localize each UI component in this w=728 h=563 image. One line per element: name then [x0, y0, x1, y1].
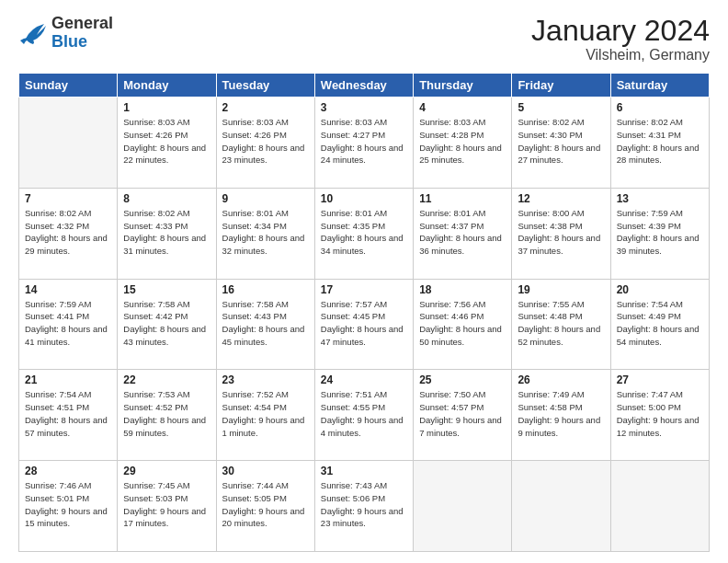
- day-number: 30: [222, 465, 309, 477]
- day-info: Sunrise: 8:01 AM Sunset: 4:37 PM Dayligh…: [419, 207, 506, 258]
- day-info: Sunrise: 8:01 AM Sunset: 4:34 PM Dayligh…: [222, 207, 309, 258]
- calendar-cell: 10Sunrise: 8:01 AM Sunset: 4:35 PM Dayli…: [314, 188, 413, 279]
- weekday-header: Saturday: [610, 74, 709, 98]
- logo-icon: [18, 20, 48, 46]
- day-number: 18: [419, 283, 506, 296]
- day-number: 26: [518, 373, 604, 386]
- calendar-cell: 25Sunrise: 7:50 AM Sunset: 4:57 PM Dayli…: [414, 370, 512, 461]
- day-info: Sunrise: 8:02 AM Sunset: 4:30 PM Dayligh…: [518, 116, 604, 167]
- day-number: 17: [321, 283, 407, 296]
- day-info: Sunrise: 7:43 AM Sunset: 5:06 PM Dayligh…: [321, 479, 407, 530]
- calendar-week-row: 1Sunrise: 8:03 AM Sunset: 4:26 PM Daylig…: [19, 98, 710, 189]
- calendar-cell: 28Sunrise: 7:46 AM Sunset: 5:01 PM Dayli…: [19, 461, 118, 552]
- logo-text: General Blue: [51, 15, 113, 52]
- day-number: 14: [25, 283, 111, 296]
- day-info: Sunrise: 8:00 AM Sunset: 4:38 PM Dayligh…: [518, 207, 604, 258]
- calendar-cell: 31Sunrise: 7:43 AM Sunset: 5:06 PM Dayli…: [314, 461, 413, 552]
- weekday-header: Tuesday: [216, 74, 314, 98]
- day-info: Sunrise: 7:52 AM Sunset: 4:54 PM Dayligh…: [222, 388, 309, 439]
- page: General Blue January 2024 Vilsheim, Germ…: [0, 0, 728, 563]
- weekday-header: Thursday: [414, 74, 512, 98]
- calendar-cell: 4Sunrise: 8:03 AM Sunset: 4:28 PM Daylig…: [414, 98, 512, 189]
- day-info: Sunrise: 8:03 AM Sunset: 4:26 PM Dayligh…: [222, 116, 309, 167]
- calendar-table: SundayMondayTuesdayWednesdayThursdayFrid…: [18, 73, 710, 552]
- day-number: 24: [321, 373, 407, 386]
- title-block: January 2024 Vilsheim, Germany: [531, 15, 710, 63]
- calendar-cell: 16Sunrise: 7:58 AM Sunset: 4:43 PM Dayli…: [216, 279, 314, 370]
- weekday-header: Sunday: [19, 74, 118, 98]
- calendar-cell: 7Sunrise: 8:02 AM Sunset: 4:32 PM Daylig…: [19, 188, 118, 279]
- day-number: 6: [617, 101, 703, 114]
- day-number: 4: [419, 101, 506, 114]
- day-info: Sunrise: 8:02 AM Sunset: 4:33 PM Dayligh…: [123, 207, 210, 258]
- calendar-week-row: 7Sunrise: 8:02 AM Sunset: 4:32 PM Daylig…: [19, 188, 710, 279]
- day-number: 31: [321, 465, 407, 477]
- calendar-week-row: 28Sunrise: 7:46 AM Sunset: 5:01 PM Dayli…: [19, 461, 710, 552]
- day-number: 13: [617, 192, 703, 205]
- day-number: 8: [123, 192, 210, 205]
- weekday-header-row: SundayMondayTuesdayWednesdayThursdayFrid…: [19, 74, 710, 98]
- day-info: Sunrise: 7:47 AM Sunset: 5:00 PM Dayligh…: [617, 388, 703, 439]
- day-info: Sunrise: 7:57 AM Sunset: 4:45 PM Dayligh…: [321, 298, 407, 349]
- day-number: 5: [518, 101, 604, 114]
- calendar-cell: 22Sunrise: 7:53 AM Sunset: 4:52 PM Dayli…: [118, 370, 216, 461]
- calendar-cell: 1Sunrise: 8:03 AM Sunset: 4:26 PM Daylig…: [118, 98, 216, 189]
- calendar-cell: 20Sunrise: 7:54 AM Sunset: 4:49 PM Dayli…: [610, 279, 709, 370]
- day-number: 12: [518, 192, 604, 205]
- day-info: Sunrise: 7:55 AM Sunset: 4:48 PM Dayligh…: [518, 298, 604, 349]
- day-number: 1: [123, 101, 210, 114]
- day-number: 27: [617, 373, 703, 386]
- calendar-cell: 9Sunrise: 8:01 AM Sunset: 4:34 PM Daylig…: [216, 188, 314, 279]
- header: General Blue January 2024 Vilsheim, Germ…: [18, 15, 710, 63]
- day-info: Sunrise: 7:56 AM Sunset: 4:46 PM Dayligh…: [419, 298, 506, 349]
- day-info: Sunrise: 7:54 AM Sunset: 4:49 PM Dayligh…: [617, 298, 703, 349]
- calendar-cell: 13Sunrise: 7:59 AM Sunset: 4:39 PM Dayli…: [610, 188, 709, 279]
- day-info: Sunrise: 8:03 AM Sunset: 4:27 PM Dayligh…: [321, 116, 407, 167]
- day-number: 21: [25, 373, 111, 386]
- day-number: 20: [617, 283, 703, 296]
- day-info: Sunrise: 7:49 AM Sunset: 4:58 PM Dayligh…: [518, 388, 604, 439]
- weekday-header: Friday: [512, 74, 610, 98]
- day-number: 23: [222, 373, 309, 386]
- calendar-cell: 3Sunrise: 8:03 AM Sunset: 4:27 PM Daylig…: [314, 98, 413, 189]
- calendar-cell: 21Sunrise: 7:54 AM Sunset: 4:51 PM Dayli…: [19, 370, 118, 461]
- calendar-cell: 29Sunrise: 7:45 AM Sunset: 5:03 PM Dayli…: [118, 461, 216, 552]
- day-number: 29: [123, 465, 210, 477]
- day-number: 11: [419, 192, 506, 205]
- day-info: Sunrise: 7:53 AM Sunset: 4:52 PM Dayligh…: [123, 388, 210, 439]
- calendar-cell: 14Sunrise: 7:59 AM Sunset: 4:41 PM Dayli…: [19, 279, 118, 370]
- day-number: 9: [222, 192, 309, 205]
- calendar-title: January 2024: [531, 15, 710, 47]
- day-number: 19: [518, 283, 604, 296]
- calendar-cell: [512, 461, 610, 552]
- day-info: Sunrise: 8:01 AM Sunset: 4:35 PM Dayligh…: [321, 207, 407, 258]
- day-number: 15: [123, 283, 210, 296]
- weekday-header: Monday: [118, 74, 216, 98]
- day-info: Sunrise: 8:02 AM Sunset: 4:31 PM Dayligh…: [617, 116, 703, 167]
- calendar-cell: 5Sunrise: 8:02 AM Sunset: 4:30 PM Daylig…: [512, 98, 610, 189]
- day-number: 2: [222, 101, 309, 114]
- day-number: 16: [222, 283, 309, 296]
- day-info: Sunrise: 7:58 AM Sunset: 4:43 PM Dayligh…: [222, 298, 309, 349]
- logo: General Blue: [18, 15, 113, 52]
- day-info: Sunrise: 7:58 AM Sunset: 4:42 PM Dayligh…: [123, 298, 210, 349]
- calendar-cell: 23Sunrise: 7:52 AM Sunset: 4:54 PM Dayli…: [216, 370, 314, 461]
- day-info: Sunrise: 7:51 AM Sunset: 4:55 PM Dayligh…: [321, 388, 407, 439]
- day-number: 25: [419, 373, 506, 386]
- day-number: 3: [321, 101, 407, 114]
- calendar-cell: 19Sunrise: 7:55 AM Sunset: 4:48 PM Dayli…: [512, 279, 610, 370]
- calendar-cell: 11Sunrise: 8:01 AM Sunset: 4:37 PM Dayli…: [414, 188, 512, 279]
- calendar-cell: 24Sunrise: 7:51 AM Sunset: 4:55 PM Dayli…: [314, 370, 413, 461]
- calendar-cell: 18Sunrise: 7:56 AM Sunset: 4:46 PM Dayli…: [414, 279, 512, 370]
- calendar-cell: 2Sunrise: 8:03 AM Sunset: 4:26 PM Daylig…: [216, 98, 314, 189]
- calendar-cell: [19, 98, 118, 189]
- calendar-cell: 27Sunrise: 7:47 AM Sunset: 5:00 PM Dayli…: [610, 370, 709, 461]
- day-number: 22: [123, 373, 210, 386]
- calendar-week-row: 21Sunrise: 7:54 AM Sunset: 4:51 PM Dayli…: [19, 370, 710, 461]
- calendar-cell: [610, 461, 709, 552]
- calendar-week-row: 14Sunrise: 7:59 AM Sunset: 4:41 PM Dayli…: [19, 279, 710, 370]
- calendar-cell: 17Sunrise: 7:57 AM Sunset: 4:45 PM Dayli…: [314, 279, 413, 370]
- day-info: Sunrise: 7:46 AM Sunset: 5:01 PM Dayligh…: [25, 479, 111, 530]
- day-number: 7: [25, 192, 111, 205]
- day-info: Sunrise: 8:02 AM Sunset: 4:32 PM Dayligh…: [25, 207, 111, 258]
